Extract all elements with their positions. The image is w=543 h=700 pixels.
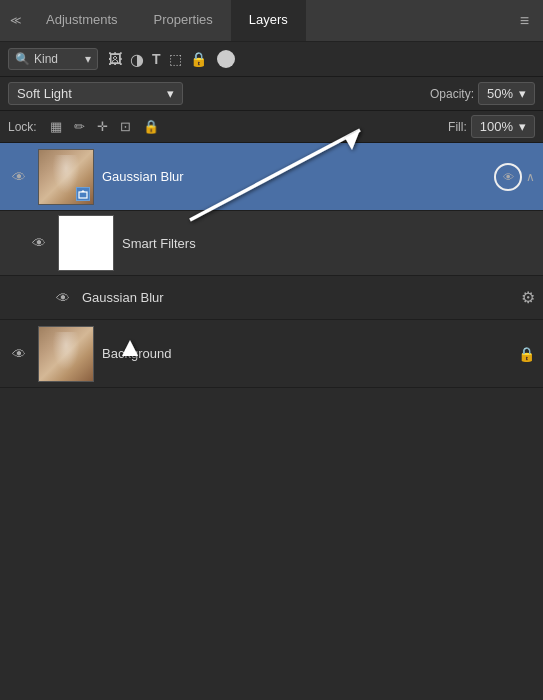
layer-gaussian-blur[interactable]: 👁 Gaussian Blur 👁 ∧ (0, 143, 543, 211)
tab-properties[interactable]: Properties (136, 0, 231, 41)
panel-menu-icon[interactable]: ≡ (510, 12, 539, 30)
blend-opacity-row: Soft Light ▾ Opacity: 50% ▾ (0, 77, 543, 111)
lock-position-btn[interactable]: ✛ (94, 118, 111, 135)
filter-adjust-icon[interactable]: ⚙ (521, 288, 535, 307)
visibility-eye-smart-filters[interactable]: 👁 (28, 235, 50, 251)
shape-filter-icon[interactable]: ⬚ (169, 51, 182, 67)
smart-filter-icon[interactable]: 🔒 (190, 51, 207, 67)
svg-rect-0 (79, 192, 87, 198)
layer-name-gaussian: Gaussian Blur (102, 169, 494, 184)
lock-transparency-btn[interactable]: ▦ (47, 118, 65, 135)
search-icon: 🔍 (15, 52, 30, 66)
opacity-group: Opacity: 50% ▾ (430, 82, 535, 105)
opacity-label: Opacity: (430, 87, 474, 101)
fill-value: 100% (480, 119, 513, 134)
fill-chevron-icon: ▾ (519, 119, 526, 134)
filter-icons-group: 🖼 ◑ T ⬚ 🔒 (108, 50, 207, 69)
back-arrow-icon[interactable]: ≪ (4, 14, 28, 27)
layer-expand-icon[interactable]: ∧ (526, 170, 535, 184)
svg-marker-1 (81, 190, 85, 192)
image-filter-icon[interactable]: 🖼 (108, 51, 122, 67)
filter-row: 🔍 Kind ▾ 🖼 ◑ T ⬚ 🔒 (0, 42, 543, 77)
layer-lock-icon: 🔒 (518, 346, 535, 362)
layer-thumbnail-gaussian (38, 149, 94, 205)
opacity-chevron-icon: ▾ (519, 86, 526, 101)
layer-gaussian-blur-filter[interactable]: 👁 Gaussian Blur ⚙ (0, 276, 543, 320)
kind-filter-select[interactable]: 🔍 Kind ▾ (8, 48, 98, 70)
layer-name-background: Background (102, 346, 518, 361)
eye-circle-icon: 👁 (503, 171, 514, 183)
layer-thumbnail-smart-filters (58, 215, 114, 271)
layer-options-gaussian: 👁 ∧ (494, 163, 535, 191)
kind-chevron-icon: ▾ (85, 52, 91, 66)
text-filter-icon[interactable]: T (152, 51, 161, 67)
layers-list: 👁 Gaussian Blur 👁 ∧ 👁 (0, 143, 543, 388)
circle-half-filter-icon[interactable]: ◑ (130, 50, 144, 69)
layer-background[interactable]: 👁 Background 🔒 (0, 320, 543, 388)
fill-group: Fill: 100% ▾ (448, 115, 535, 138)
fill-select[interactable]: 100% ▾ (471, 115, 535, 138)
blend-mode-select[interactable]: Soft Light ▾ (8, 82, 183, 105)
lock-row: Lock: ▦ ✏ ✛ ⊡ 🔒 Fill: 100% ▾ (0, 111, 543, 143)
tab-adjustments[interactable]: Adjustments (28, 0, 136, 41)
layer-name-gaussian-filter: Gaussian Blur (82, 290, 521, 305)
visibility-eye-background[interactable]: 👁 (8, 346, 30, 362)
lock-paint-btn[interactable]: ✏ (71, 118, 88, 135)
opacity-select[interactable]: 50% ▾ (478, 82, 535, 105)
filter-toggle-circle[interactable] (217, 50, 235, 68)
tab-bar: ≪ Adjustments Properties Layers ≡ (0, 0, 543, 42)
layer-thumbnail-background (38, 326, 94, 382)
lock-all-btn[interactable]: 🔒 (140, 118, 162, 135)
tab-layers[interactable]: Layers (231, 0, 306, 41)
dancer-image-bg (39, 327, 93, 381)
blend-chevron-icon: ▾ (167, 86, 174, 101)
layer-name-smart-filters: Smart Filters (122, 236, 535, 251)
layer-smart-filters[interactable]: 👁 Smart Filters (0, 211, 543, 276)
opacity-value: 50% (487, 86, 513, 101)
fill-label: Fill: (448, 120, 467, 134)
layer-visibility-circle[interactable]: 👁 (494, 163, 522, 191)
blend-mode-value: Soft Light (17, 86, 72, 101)
smart-object-icon (76, 187, 90, 201)
visibility-eye-gaussian-filter[interactable]: 👁 (52, 290, 74, 306)
visibility-eye-gaussian[interactable]: 👁 (8, 169, 30, 185)
lock-crop-btn[interactable]: ⊡ (117, 118, 134, 135)
lock-label: Lock: (8, 120, 37, 134)
